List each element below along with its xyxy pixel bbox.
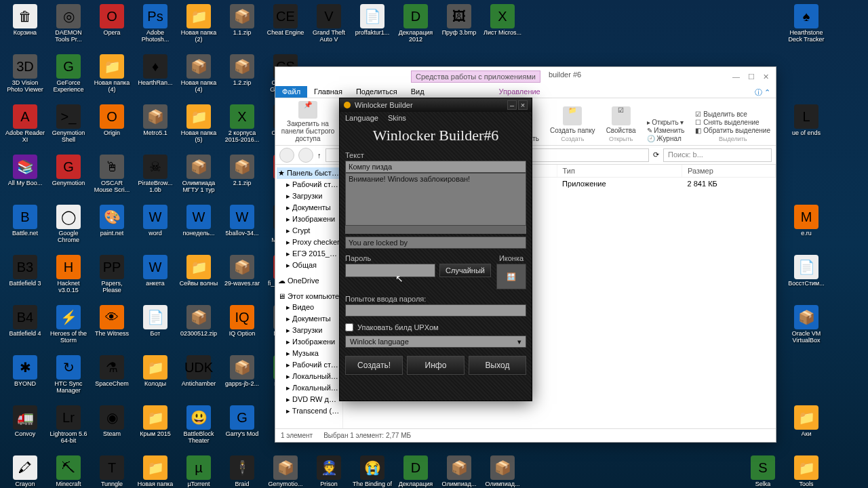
ribbon-selectnone[interactable]: ☐ Снять выделение [695, 119, 759, 126]
desktop-icon[interactable]: B4Battlefield 4 [4, 305, 46, 352]
tree-node[interactable]: ▸ Crypt [277, 225, 341, 237]
nav-forward-button[interactable] [298, 148, 313, 163]
tree-node[interactable]: ▸ Рабочий сто... [277, 179, 341, 190]
ribbon-help-icon[interactable]: ⓘ ⌃ [749, 86, 776, 98]
menu-skins[interactable]: Skins [388, 114, 406, 122]
desktop-icon[interactable]: AAdobe Reader XI [4, 104, 46, 152]
ribbon-props[interactable]: ☑ Свойства Открыть [606, 101, 636, 142]
desktop-icon[interactable]: ◉Steam [91, 405, 133, 453]
desktop-icon[interactable]: 👁The Witness [91, 305, 133, 352]
desktop-icon[interactable]: ⚗SpaceChem [91, 355, 133, 403]
tree-node[interactable]: ▸ Transcend (F:) [277, 405, 341, 417]
tree-node[interactable]: ▸ DVD RW дисков [277, 394, 341, 405]
desktop-icon[interactable]: 📦1.1.zip [221, 4, 263, 52]
nav-back-button[interactable] [279, 148, 294, 163]
tree-node[interactable]: ▸ ЕГЭ 2015_посо [277, 248, 341, 260]
desktop-icon[interactable]: ⚡Heroes of the Storm [47, 305, 90, 352]
desktop-icon[interactable]: 🖱OSCAR Mouse Scri... [91, 155, 133, 202]
desktop-icon[interactable]: 📦02300512.zip [178, 305, 220, 352]
desktop-icon[interactable]: 📦Олимпиада МГТУ 1 тур [178, 155, 220, 202]
desktop-icon[interactable]: µµTorrent [178, 455, 220, 488]
ribbon-open[interactable]: ▸ Открыть ▾ [647, 119, 684, 126]
desktop-icon[interactable]: PsAdobe Photosh... [134, 4, 176, 52]
desktop-icon[interactable]: TTunngle [91, 455, 133, 488]
desktop-icon[interactable]: 📁Новая папка (4) [91, 54, 133, 102]
desktop-icon[interactable]: GGarry's Mod [221, 405, 263, 453]
ribbon-tab-manage[interactable]: Управление [492, 86, 547, 98]
tree-thispc[interactable]: 🖥 Этот компьюте [277, 291, 341, 302]
desktop-icon[interactable]: 📁Новая папка (2) [178, 4, 220, 52]
desktop-icon[interactable]: 📄Бот [134, 305, 176, 352]
desktop-icon[interactable]: 📁Сейвы волны [178, 255, 220, 302]
desktop-icon[interactable]: 📦29-waves.rar [221, 255, 263, 302]
minimize-button[interactable]: – [507, 100, 517, 110]
desktop-icon[interactable]: 📦Олимпиад... 2014 27-11... [438, 455, 480, 488]
desktop-icon[interactable]: 📦Олимпиад... 2015 22-06... [481, 455, 524, 488]
desktop-icon[interactable]: 😃BattleBlock Theater [178, 405, 220, 453]
ribbon-invert[interactable]: ◧ Обратить выделение [695, 127, 770, 134]
exit-button[interactable]: Выход [469, 356, 526, 375]
desktop-icon[interactable]: 😭The Binding of Isaac R... [351, 455, 393, 488]
desktop-icon[interactable]: ◯Google Chrome [47, 205, 90, 252]
desktop-icon[interactable]: 📁Новая папка [134, 455, 176, 488]
desktop-icon[interactable]: GGeForce Experience [47, 54, 90, 102]
tree-onedrive[interactable]: ☁ OneDrive [277, 275, 341, 287]
desktop-icon[interactable]: 3D3D Vision Photo Viewer [4, 54, 46, 102]
desktop-icon[interactable]: 📁Tools [785, 455, 827, 488]
desktop-icon[interactable]: 🕴Braid [221, 455, 263, 488]
attempts-input[interactable] [345, 304, 526, 317]
desktop-icon[interactable]: 📦Новая папка (4) [178, 54, 220, 102]
desktop-icon[interactable]: 📦gapps-jb-2... [221, 355, 263, 403]
ribbon-pin[interactable]: 📌 Закрепить на панели быстрого доступа [281, 101, 335, 142]
ribbon-tab-home[interactable]: Главная [307, 86, 349, 98]
desktop-icon[interactable]: 📁Крым 2015 [134, 405, 176, 453]
desktop-icon[interactable]: Wword [134, 205, 176, 252]
desktop-icon[interactable]: 📁Колоды [134, 355, 176, 403]
ribbon-selectall[interactable]: ☑ Выделить все [695, 110, 747, 118]
desktop-icon[interactable]: >_Genymotion Shell [47, 104, 90, 152]
explorer-titlebar[interactable]: Средства работы с приложениями builder #… [275, 67, 776, 86]
upx-checkbox[interactable] [345, 323, 353, 331]
desktop-icon[interactable]: 🗑Корзина [4, 4, 46, 52]
desktop-icon[interactable]: CECheat Engine [264, 4, 307, 52]
ribbon-newfolder[interactable]: 📁 Создать папку Создать [550, 101, 595, 142]
tree-node[interactable]: ▸ Видео [277, 302, 341, 313]
nav-up-icon[interactable]: ↑ [317, 151, 321, 159]
desktop-icon[interactable]: BBattle.net [4, 205, 46, 252]
ribbon-history[interactable]: 🕘 Журнал [647, 135, 682, 142]
winlocker-titlebar[interactable]: Winlocker Builder – × [340, 98, 532, 112]
desktop-icon[interactable]: LrLightroom 5.6 64-bit [47, 405, 90, 453]
desktop-icon[interactable]: 📄proffaktur1... [351, 4, 393, 52]
desktop-icon[interactable]: XЛист Micros... [481, 4, 524, 52]
locked-by-input[interactable] [345, 237, 526, 249]
textarea-scrollbar[interactable] [345, 226, 526, 234]
ribbon-edit[interactable]: ✎ Изменить [647, 127, 685, 134]
tree-node[interactable]: ▸ Локальный ди [277, 382, 341, 394]
desktop-icon[interactable]: DДекларация 2012 [395, 4, 437, 52]
close-button[interactable]: ✕ [763, 73, 769, 81]
col-size[interactable]: Размер [682, 165, 776, 178]
search-input[interactable]: Поиск: b... [663, 148, 772, 162]
desktop-icon[interactable]: Me.ru [785, 205, 827, 252]
ribbon-tab-view[interactable]: Вид [404, 86, 431, 98]
desktop-icon[interactable]: B3Battlefield 3 [4, 255, 46, 302]
ribbon-tab-file[interactable]: Файл [275, 86, 307, 98]
tree-node[interactable]: ▸ Изображени [277, 336, 341, 348]
title-text-input[interactable] [345, 161, 526, 173]
desktop-icon[interactable]: UDKAntichamber [178, 355, 220, 403]
info-button[interactable]: Инфо [407, 356, 465, 375]
desktop-icon[interactable]: ☠PirateBrow... 1.0b [134, 155, 176, 202]
desktop-icon[interactable]: 📦1.2.zip [221, 54, 263, 102]
desktop-icon[interactable]: Wпонедель... [178, 205, 220, 252]
desktop-icon[interactable]: ◎DAEMON Tools Pr... [47, 4, 90, 52]
tree-node[interactable]: ▸ Изображени [277, 214, 341, 225]
desktop-icon[interactable]: 📦Genymotio... [264, 455, 307, 488]
create-button[interactable]: Создать! [345, 356, 403, 375]
desktop-icon[interactable]: Wанкета [134, 255, 176, 302]
desktop-icon[interactable]: GGenymotion [47, 155, 90, 202]
desktop-icon[interactable]: DДекларация 2009 [395, 455, 437, 488]
desktop-icon[interactable]: X2 корпуса 2015-2016... [221, 104, 263, 152]
desktop-icon[interactable]: VGrand Theft Auto V [308, 4, 350, 52]
desktop-icon[interactable]: 📁Новая папка (5) [178, 104, 220, 152]
desktop-icon[interactable]: 📦Oracle VM VirtualBox [785, 305, 827, 352]
